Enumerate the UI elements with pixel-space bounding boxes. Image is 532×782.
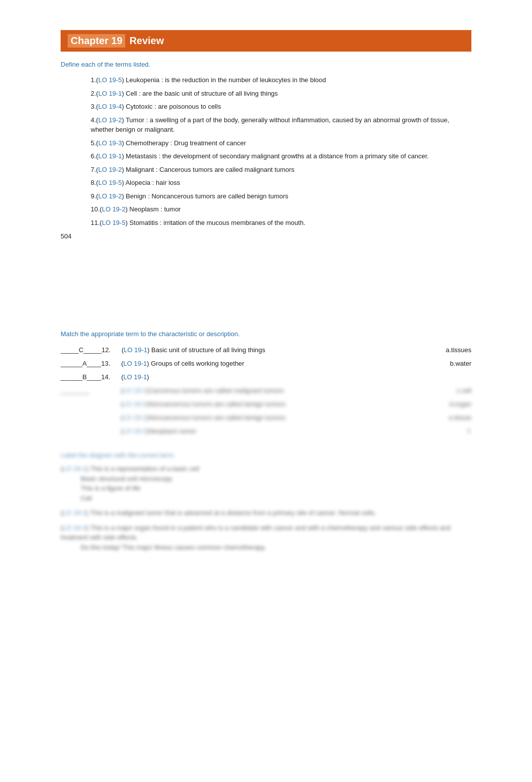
section3-sub-item: Basic structural unit microscopy xyxy=(81,474,471,484)
match-row: ______A____ 13. (LO 19-1) Groups of cell… xyxy=(61,358,471,369)
section3-sub: Basic structural unit microscopyThis is … xyxy=(81,474,471,503)
section3-sub-item: This is a figure of life xyxy=(81,483,471,493)
lo-link[interactable]: LO 19-2 xyxy=(98,116,122,124)
match-row: _____C_____ 12. (LO 19-1) Basic unit of … xyxy=(61,345,471,355)
match-content: (LO 19-2)Neoplasm tumor xyxy=(121,427,431,435)
define-item: 2.(LO 19-1) Cell : are the basic unit of… xyxy=(91,89,471,99)
lo-link[interactable]: LO 19-2 xyxy=(98,166,122,173)
match-answer: b.water xyxy=(431,360,471,367)
item-number: 6. xyxy=(91,152,96,160)
lo-link[interactable]: LO 19-5 xyxy=(98,76,122,84)
item-number: 7. xyxy=(91,166,96,173)
lo-link[interactable]: LO 19-5 xyxy=(98,179,122,186)
match-row: ______B____ 14. (LO 19-1) xyxy=(61,372,471,382)
section3-item: (LO 19-3) This is a major organ found in… xyxy=(61,523,471,553)
define-item: 9.(LO 19-2) Benign : Noncancerous tumors… xyxy=(91,191,471,201)
section2-instruction: Match the appropriate term to the charac… xyxy=(61,330,471,338)
define-item: 5.(LO 19-3) Chemotherapy : Drug treatmen… xyxy=(91,138,471,148)
lo-link[interactable]: LO 19-3 xyxy=(98,139,122,147)
match-content: (LO 19-1) Basic unit of structure of all… xyxy=(122,346,431,354)
lo-link[interactable]: LO 19-1 xyxy=(124,346,147,354)
item-number: 9. xyxy=(91,192,96,200)
define-item: 8.(LO 19-5) Alopecia : hair loss xyxy=(91,178,471,188)
match-answer: a.tissues xyxy=(431,346,471,354)
match-blank: ______A____ xyxy=(61,360,101,367)
match-answer: e.tissue xyxy=(431,414,471,421)
item-number: 8. xyxy=(91,179,96,186)
match-row-blurred: ________ (LO 19-1)Cancerous tumors are c… xyxy=(61,385,471,396)
lo-link[interactable]: LO 19-4 xyxy=(98,103,122,110)
lo-link[interactable]: LO 19-5 xyxy=(102,219,125,226)
match-row-blurred: (LO 19-2)Neoplasm tumor f. xyxy=(61,426,471,436)
define-item: 11.(LO 19-5) Stomatitis : irritation of … xyxy=(91,218,471,228)
chapter-subtitle: Review xyxy=(129,35,164,47)
match-rows-container: _____C_____ 12. (LO 19-1) Basic unit of … xyxy=(61,345,471,436)
lo-link[interactable]: LO 19-1 xyxy=(98,152,122,160)
section3-instruction: Label the diagram with the correct term. xyxy=(61,451,471,459)
match-num: 14. xyxy=(101,373,121,381)
lo-link[interactable]: LO 19-2 xyxy=(63,509,86,516)
item-number: 3. xyxy=(91,103,96,110)
match-answer: c.cell xyxy=(431,387,471,394)
section3: Label the diagram with the correct term.… xyxy=(61,451,471,552)
define-item: 1.(LO 19-5) Leukopenia : is the reductio… xyxy=(91,75,471,85)
match-row-blurred: (LO 19-2)Noncancerous tumors are called … xyxy=(61,412,471,423)
lo-link[interactable]: LO 19-3 xyxy=(63,524,86,532)
section2: Match the appropriate term to the charac… xyxy=(61,330,471,436)
define-item: 6.(LO 19-1) Metastasis : the development… xyxy=(91,151,471,161)
section3-item: (LO 19-2) This is a malignant tumor that… xyxy=(61,508,471,518)
lo-link[interactable]: LO 19-1 xyxy=(98,90,122,97)
define-item: 3.(LO 19-4) Cytotoxic : are poisonous to… xyxy=(91,102,471,112)
match-num: 13. xyxy=(101,360,121,367)
match-content: (LO 19-2)Noncancerous tumors are called … xyxy=(121,400,431,408)
section1: Define each of the terms listed. 1.(LO 1… xyxy=(61,61,471,240)
lo-link[interactable]: LO 19-1 xyxy=(63,465,86,472)
match-content: (LO 19-1)Cancerous tumors are called mal… xyxy=(121,387,431,394)
lo-link[interactable]: LO 19-2 xyxy=(98,192,122,200)
match-blank: _____C_____ xyxy=(61,346,102,354)
section3-item: (LO 19-1) This is a representation of a … xyxy=(61,464,471,503)
item-number: 11. xyxy=(91,219,100,226)
lo-link[interactable]: LO 19-1 xyxy=(123,387,146,394)
section1-instruction: Define each of the terms listed. xyxy=(61,61,471,68)
section3-sub-item: Cell xyxy=(81,493,471,503)
section3-sub: Do this today! This major illness causes… xyxy=(81,543,471,553)
page-number: 504 xyxy=(61,232,471,240)
match-answer: d.organ xyxy=(431,400,471,408)
match-content: (LO 19-1) Groups of cells working togeth… xyxy=(121,360,431,367)
item-number: 5. xyxy=(91,139,96,147)
match-blank: ______B____ xyxy=(61,373,101,381)
define-item: 10.(LO 19-2) Neoplasm : tumor xyxy=(91,204,471,214)
chapter-title: Chapter 19 xyxy=(68,34,125,48)
item-number: 1. xyxy=(91,76,96,84)
section3-sub-item: Do this today! This major illness causes… xyxy=(81,543,471,553)
match-answer: f. xyxy=(431,427,471,435)
define-item: 7.(LO 19-2) Malignant : Cancerous tumors… xyxy=(91,165,471,175)
chapter-header: Chapter 19 Review xyxy=(61,30,471,52)
match-content: (LO 19-2)Noncancerous tumors are called … xyxy=(121,414,431,421)
item-number: 4. xyxy=(91,116,96,124)
lo-link[interactable]: LO 19-2 xyxy=(123,400,146,408)
define-item: 4.(LO 19-2) Tumor : a swelling of a part… xyxy=(91,115,471,135)
item-number: 2. xyxy=(91,90,96,97)
item-number: 10. xyxy=(91,205,100,213)
define-list: 1.(LO 19-5) Leukopenia : is the reductio… xyxy=(91,75,471,227)
match-content: (LO 19-1) xyxy=(121,373,431,381)
lo-link[interactable]: LO 19-2 xyxy=(123,414,146,421)
lo-link[interactable]: LO 19-1 xyxy=(123,373,147,381)
lo-link[interactable]: LO 19-1 xyxy=(123,360,147,367)
lo-link[interactable]: LO 19-2 xyxy=(123,427,146,435)
match-blank: ________ xyxy=(61,387,101,394)
match-row-blurred: (LO 19-2)Noncancerous tumors are called … xyxy=(61,399,471,409)
match-num: 12. xyxy=(102,346,122,354)
lo-link[interactable]: LO 19-2 xyxy=(102,205,125,213)
section3-items: (LO 19-1) This is a representation of a … xyxy=(61,464,471,552)
page-container: Chapter 19 Review Define each of the ter… xyxy=(51,0,481,577)
